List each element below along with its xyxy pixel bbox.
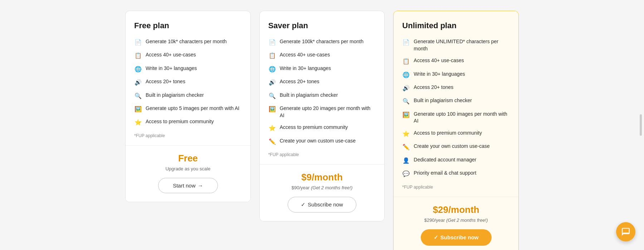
- feature-text: Access 40+ use-cases: [146, 51, 196, 59]
- list-item: 🌐Write in 30+ languages: [268, 65, 376, 73]
- feature-icon: 🔊: [402, 84, 410, 92]
- plans-container: Free plan📄Generate 10k* characters per m…: [125, 11, 519, 250]
- feature-icon: 🖼️: [134, 105, 142, 113]
- plan-title-saver: Saver plan: [268, 21, 376, 30]
- subscribe-now-button-filled[interactable]: ✓Subscribe now: [421, 229, 492, 246]
- feature-text: Access 20+ tones: [280, 78, 319, 85]
- subscribe-now-button[interactable]: ✓Subscribe now: [288, 197, 356, 212]
- list-item: 🔍Built in plagiarism checker: [268, 92, 376, 100]
- feature-icon: ⭐: [402, 130, 410, 138]
- list-item: ⭐Access to premium community: [268, 124, 376, 132]
- list-item: 📋Access 40+ use-cases: [402, 57, 510, 65]
- feature-icon: 👤: [402, 157, 410, 165]
- plan-title-unlimited: Unlimited plan: [402, 21, 510, 30]
- plan-content-saver: Saver plan📄Generate 100k* characters per…: [260, 11, 385, 164]
- list-item: 🖼️Generate upto 20 images per month with…: [268, 105, 376, 119]
- feature-icon: 🔊: [134, 79, 142, 86]
- plan-footer-unlimited: $29/month$290/year (Get 2 months free!)✓…: [394, 197, 518, 250]
- list-item: 📋Access 40+ use-cases: [134, 51, 242, 60]
- feature-icon: 💬: [402, 170, 410, 178]
- feature-text: Access 20+ tones: [146, 78, 185, 85]
- feature-text: Generate 100k* characters per month: [280, 38, 364, 45]
- feature-icon: 🌐: [402, 71, 410, 79]
- list-item: 🔍Built in plagiarism checker: [134, 92, 242, 100]
- list-item: ⭐Access to premium community: [402, 130, 510, 138]
- feature-text: Access to premium community: [146, 118, 214, 125]
- feature-icon: ⭐: [268, 124, 276, 132]
- list-item: ✏️Create your own custom use-case: [268, 138, 376, 146]
- plan-price-main: $29/month: [433, 204, 479, 215]
- feature-icon: 📋: [268, 52, 276, 60]
- arrow-icon: →: [198, 182, 203, 189]
- feature-icon: 📄: [134, 39, 142, 46]
- plan-title-free: Free plan: [134, 21, 242, 30]
- list-item: 🌐Write in 30+ languages: [402, 71, 510, 79]
- feature-text: Access 40+ use-cases: [414, 57, 464, 64]
- feature-icon: 🔍: [134, 92, 142, 100]
- plan-price-main: $9/month: [301, 172, 343, 183]
- plan-footer-free: FreeUpgrade as you scaleStart now→: [126, 145, 250, 202]
- plan-content-free: Free plan📄Generate 10k* characters per m…: [126, 11, 250, 145]
- plan-card-saver: Saver plan📄Generate 100k* characters per…: [259, 11, 385, 221]
- feature-text: Generate upto 5 images per month with AI: [146, 105, 239, 112]
- feature-text: Built in plagiarism checker: [146, 92, 204, 99]
- feature-list-unlimited: 📄Generate UNLIMITED* characters per mont…: [402, 38, 510, 178]
- plan-price-free: Free: [178, 153, 198, 164]
- feature-text: Built in plagiarism checker: [280, 92, 338, 99]
- list-item: 📋Access 40+ use-cases: [268, 51, 376, 60]
- subscribe-label: Subscribe now: [440, 234, 479, 240]
- list-item: 🔊Access 20+ tones: [268, 78, 376, 86]
- list-item: 🖼️Generate upto 5 images per month with …: [134, 105, 242, 113]
- feature-icon: ✏️: [402, 143, 410, 151]
- feature-text: Write in 30+ languages: [414, 71, 465, 78]
- subscribe-label: Subscribe now: [308, 201, 343, 208]
- feature-icon: 📋: [402, 58, 410, 65]
- feature-text: Built in plagiarism checker: [414, 97, 472, 104]
- chat-support-button[interactable]: [616, 222, 635, 241]
- list-item: 🔊Access 20+ tones: [134, 78, 242, 86]
- feature-icon: 🔍: [402, 98, 410, 105]
- list-item: ✏️Create your own custom use-case: [402, 143, 510, 151]
- feature-icon: ⭐: [134, 119, 142, 126]
- checkmark-icon: ✓: [301, 201, 306, 208]
- feature-text: Create your own custom use-case: [414, 143, 489, 150]
- list-item: 📄Generate 100k* characters per month: [268, 38, 376, 46]
- list-item: 📄Generate 10k* characters per month: [134, 38, 242, 46]
- plan-card-unlimited: Unlimited plan📄Generate UNLIMITED* chara…: [393, 11, 519, 250]
- plan-footer-saver: $9/month$90/year (Get 2 months free!)✓Su…: [260, 164, 385, 221]
- plan-upgrade-text: Upgrade as you scale: [165, 166, 210, 171]
- plan-card-free: Free plan📄Generate 10k* characters per m…: [125, 11, 251, 202]
- list-item: 💬Priority email & chat support: [402, 170, 510, 178]
- list-item: 🔊Access 20+ tones: [402, 84, 510, 92]
- feature-text: Generate upto 100 images per month with …: [414, 111, 510, 125]
- feature-text: Access to premium community: [280, 124, 348, 131]
- feature-text: Generate UNLIMITED* characters per month: [414, 38, 510, 52]
- scrollbar[interactable]: [640, 114, 642, 136]
- list-item: 🖼️Generate upto 100 images per month wit…: [402, 111, 510, 125]
- feature-icon: 🔊: [268, 79, 276, 86]
- feature-text: Write in 30+ languages: [146, 65, 197, 72]
- feature-text: Dedicated account manager: [414, 156, 476, 164]
- feature-text: Generate 10k* characters per month: [146, 38, 226, 45]
- list-item: 🌐Write in 30+ languages: [134, 65, 242, 73]
- fup-note: *FUP applicable: [268, 152, 376, 157]
- feature-icon: 📄: [402, 39, 410, 46]
- feature-text: Write in 30+ languages: [280, 65, 331, 72]
- feature-icon: 📋: [134, 52, 142, 60]
- feature-text: Create your own custom use-case: [280, 138, 356, 145]
- checkmark-icon: ✓: [434, 234, 438, 241]
- list-item: ⭐Access to premium community: [134, 118, 242, 126]
- fup-note: *FUP applicable: [134, 133, 242, 138]
- feature-list-saver: 📄Generate 100k* characters per month📋Acc…: [268, 38, 376, 146]
- feature-icon: 🔍: [268, 92, 276, 100]
- list-item: 📄Generate UNLIMITED* characters per mont…: [402, 38, 510, 52]
- plan-price-sub: $90/year (Get 2 months free!): [292, 185, 353, 190]
- feature-icon: 🖼️: [268, 105, 276, 113]
- start-label: Start now: [173, 182, 195, 189]
- feature-text: Priority email & chat support: [414, 170, 476, 177]
- feature-text: Generate upto 20 images per month with A…: [280, 105, 376, 119]
- plan-content-unlimited: Unlimited plan📄Generate UNLIMITED* chara…: [394, 11, 518, 197]
- feature-icon: 🖼️: [402, 111, 410, 119]
- start-now-button[interactable]: Start now→: [158, 178, 218, 193]
- fup-note: *FUP applicable: [402, 185, 510, 190]
